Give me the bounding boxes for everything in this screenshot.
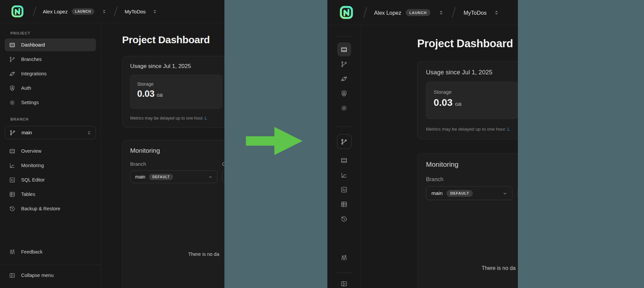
feedback-icon	[340, 254, 347, 261]
sidebar-item-branches[interactable]	[337, 57, 351, 71]
sidebar-item-feedback[interactable]: Feedback	[5, 245, 96, 258]
sidebar-item-integrations[interactable]: Integrations	[5, 67, 96, 80]
sidebar-item-dashboard[interactable]: Dashboard	[5, 39, 96, 51]
empty-chart-message: There is no da	[482, 265, 516, 271]
branch-field: Branch main DEFAULT	[130, 161, 217, 183]
second-field: C	[222, 161, 224, 183]
sidebar-item-tables[interactable]: Tables	[5, 188, 96, 201]
second-field-label: C	[222, 161, 224, 167]
branch-field: Branch main DEFAULT	[426, 176, 513, 200]
account-name[interactable]: Alex Lopez	[374, 9, 401, 16]
plan-badge: LAUNCH	[72, 8, 95, 15]
git-branch-icon	[340, 138, 347, 145]
chevrons-up-down-icon[interactable]	[438, 10, 444, 15]
panel-collapse-icon	[9, 272, 15, 279]
second-field-label: C	[518, 176, 518, 183]
sidebar-item-backup-restore[interactable]	[337, 212, 351, 226]
overview-icon	[340, 157, 347, 164]
second-dropdown[interactable]	[222, 170, 224, 183]
storage-stat-value: 0.03	[434, 97, 452, 109]
git-branch-icon	[340, 61, 347, 68]
neon-logo-icon[interactable]	[11, 5, 24, 18]
sidebar-item-settings[interactable]	[337, 101, 351, 115]
branch-selector[interactable]	[337, 134, 352, 149]
storage-stat-unit: GB	[157, 93, 163, 98]
sidebar-item-auth[interactable]: Auth	[5, 82, 96, 94]
sidebar-item-dashboard[interactable]	[337, 43, 351, 57]
usage-card: Usage since Jul 1, 2025 Storage 0.03 GB …	[417, 61, 518, 139]
metrics-note: Metrics may be delayed up to one hour. L	[426, 127, 518, 132]
sidebar-item-feedback[interactable]	[337, 250, 351, 265]
sidebar-item-auth[interactable]	[337, 86, 351, 100]
metrics-note-link[interactable]: L	[205, 116, 207, 121]
collapse-menu-button[interactable]: Collapse menu	[5, 269, 96, 282]
chevrons-up-down-icon[interactable]	[102, 9, 107, 14]
second-field: C	[518, 176, 518, 200]
integrations-icon	[9, 71, 15, 77]
sidebar-item-sql-editor[interactable]: SQL Editor	[5, 173, 96, 186]
top-bar: Alex Lopez LAUNCH MyToDos	[327, 0, 518, 25]
sidebar-collapsed	[327, 25, 361, 288]
chevrons-up-down-icon[interactable]	[494, 10, 499, 15]
metrics-note-text: Metrics may be delayed up to one hour.	[130, 116, 205, 121]
gear-icon	[340, 104, 347, 112]
breadcrumb-slash	[33, 6, 36, 16]
sidebar-item-label: Settings	[21, 100, 39, 105]
monitoring-card: Monitoring Branch main DEFAULT C	[122, 140, 224, 288]
sidebar-item-label: Monitoring	[21, 163, 44, 168]
tables-grid-icon	[340, 201, 347, 208]
project-name[interactable]: MyToDos	[464, 9, 486, 16]
sql-editor-icon	[9, 177, 15, 183]
top-bar: Alex Lopez LAUNCH MyToDos	[0, 0, 224, 23]
usage-card-title: Usage since Jul 1, 2025	[426, 69, 518, 76]
section-label-branch: BRANCH	[10, 117, 96, 121]
screenshot-collapsed-menu: Alex Lopez LAUNCH MyToDos	[327, 0, 518, 288]
chevrons-up-down-icon[interactable]	[152, 9, 157, 14]
sidebar-item-overview[interactable]	[337, 153, 351, 167]
sql-editor-icon	[340, 186, 347, 193]
expand-menu-button[interactable]	[337, 277, 351, 288]
storage-stat-tile: Storage 0.03 GB	[426, 82, 518, 119]
project-name[interactable]: MyToDos	[125, 9, 146, 14]
transition-arrow-icon	[246, 127, 303, 155]
branch-dropdown[interactable]: main DEFAULT	[130, 170, 217, 183]
branch-field-label: Branch	[130, 161, 217, 167]
neon-logo-icon[interactable]	[339, 5, 354, 20]
empty-chart-message: There is no da	[188, 251, 219, 257]
storage-stat-value: 0.03	[137, 89, 154, 99]
sidebar-item-tables[interactable]	[337, 197, 351, 211]
sidebar-item-label: Feedback	[21, 249, 43, 255]
monitoring-chart-icon	[9, 162, 15, 169]
sidebar-item-backup-restore[interactable]: Backup & Restore	[5, 202, 96, 215]
feedback-icon	[9, 249, 15, 255]
second-dropdown[interactable]	[518, 186, 518, 200]
branch-dropdown[interactable]: main DEFAULT	[426, 186, 513, 200]
git-branch-icon	[9, 130, 16, 136]
sidebar-item-monitoring[interactable]	[337, 168, 351, 182]
sidebar-divider	[0, 265, 101, 265]
metrics-note-link[interactable]: L	[507, 127, 510, 132]
sidebar-expanded: PROJECT Dashboard Branches Integrations …	[0, 23, 101, 288]
sidebar-item-overview[interactable]: Overview	[5, 145, 96, 157]
sidebar-item-sql-editor[interactable]	[337, 183, 351, 197]
overview-icon	[9, 148, 15, 154]
sidebar-divider	[336, 273, 352, 273]
git-branch-icon	[9, 56, 15, 63]
sidebar-item-monitoring[interactable]: Monitoring	[5, 159, 96, 172]
sidebar-item-branches[interactable]: Branches	[5, 53, 96, 66]
sidebar-divider	[336, 127, 352, 127]
plan-badge: LAUNCH	[406, 9, 431, 16]
branch-selector-value: main	[21, 130, 32, 135]
branch-dropdown-value: main	[431, 190, 442, 196]
account-name[interactable]: Alex Lopez	[43, 9, 68, 14]
branch-field-label: Branch	[426, 176, 513, 183]
sidebar-item-integrations[interactable]	[337, 72, 351, 86]
chevron-down-icon	[502, 191, 507, 196]
branch-selector[interactable]: main	[5, 126, 96, 139]
integrations-icon	[340, 75, 347, 82]
collapse-menu-label: Collapse menu	[21, 273, 54, 278]
default-badge: DEFAULT	[446, 190, 473, 197]
metrics-note-text: Metrics may be delayed up to one hour.	[426, 127, 507, 132]
breadcrumb-slash	[114, 6, 117, 16]
sidebar-item-settings[interactable]: Settings	[5, 96, 96, 109]
